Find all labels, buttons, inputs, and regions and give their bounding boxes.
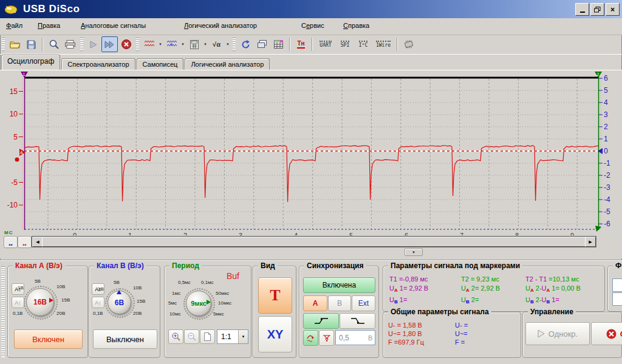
dropdown-arrow-icon[interactable]: ▼ (238, 330, 248, 343)
save-icon (27, 40, 36, 49)
sync-source-b-button[interactable]: B (328, 295, 351, 311)
zoom-out-icon (188, 332, 196, 341)
scroll-right-arrow[interactable]: ▶ (585, 237, 596, 247)
trigger-level-input[interactable] (336, 333, 363, 343)
rising-edge-button[interactable] (303, 313, 339, 329)
start-button[interactable] (85, 36, 101, 52)
channel-b-power-button[interactable]: Выключен (93, 329, 157, 349)
zoom-ratio-dropdown[interactable]: 1:1 ▼ (217, 329, 248, 344)
analog-channel-a-button[interactable] (141, 36, 157, 52)
channel-a-ground-dot[interactable] (15, 158, 19, 162)
control-panel: Канал А (В/э) A↕ A↕ 16В 5В 10В 15В 20В 1… (0, 260, 622, 364)
zoom-out-button[interactable] (184, 329, 199, 344)
marker-param-cell: T2 = 9,23 мс (461, 275, 525, 283)
dropdown-arrow-icon[interactable]: ▼ (202, 37, 208, 52)
tab-oscilloscope[interactable]: Осциллограф (1, 55, 60, 70)
common-params-title: Общие параметры сигнала (388, 308, 491, 316)
right-axis-label: -5 (604, 207, 610, 216)
marker-b-dots-button[interactable]: •• (4, 236, 18, 248)
cascade-windows-button[interactable] (254, 36, 270, 52)
save-button[interactable] (23, 36, 39, 52)
time-view-button[interactable]: T (258, 277, 292, 314)
restore-icon (594, 7, 601, 13)
1wire-decoder-button[interactable]: 1Wire (372, 36, 394, 52)
scrollbar-thumb[interactable] (42, 237, 586, 247)
marker-a-dots-button[interactable]: •• (18, 236, 32, 248)
auto-trigger-button[interactable] (303, 330, 318, 346)
channel-b-offset-button[interactable]: A↕ (92, 297, 104, 308)
toolbar-grip[interactable] (136, 38, 139, 51)
threshold-button[interactable]: Тн (293, 36, 309, 52)
single-shot-label: Однокр. (549, 329, 578, 339)
tab-logic[interactable]: Логический анализатор (185, 58, 270, 70)
open-button[interactable] (7, 36, 23, 52)
channel-a-power-button[interactable]: Включен (14, 329, 83, 349)
spi-decoder-button[interactable]: SPI (336, 36, 354, 52)
oscilloscope-plot[interactable]: 1215105-5-106543210-1-2-3-4-5-6012345678… (0, 70, 617, 239)
blue-waveform-icon (166, 40, 177, 49)
channel-a-gain-knob[interactable]: 16В (26, 288, 54, 316)
uart-decoder-button[interactable]: UART (315, 36, 336, 52)
dropdown-arrow-icon[interactable]: ▼ (225, 37, 231, 52)
sync-source-ext-button[interactable]: Ext (352, 295, 375, 311)
panel-grip[interactable] (1, 266, 5, 357)
channel-a-group: Канал А (В/э) A↕ A↕ 16В 5В 10В 15В 20В 1… (7, 266, 88, 358)
toolbar-grip[interactable] (2, 38, 5, 51)
menu-item-6[interactable]: Справка (343, 22, 369, 29)
rising-edge-icon (313, 317, 329, 325)
calculator-button[interactable] (186, 36, 202, 52)
i2c-decoder-button[interactable]: I²C (354, 36, 372, 52)
period-knob[interactable]: 9мкс (186, 291, 211, 316)
svg-text:A: A (20, 150, 23, 155)
new-buffer-button[interactable] (200, 329, 215, 344)
print-button[interactable] (62, 36, 78, 52)
tab-recorder[interactable]: Самописец (137, 58, 184, 70)
title-bar[interactable]: USB DiSco × (0, 0, 622, 18)
stop-button[interactable] (118, 36, 134, 52)
toolbar-grip[interactable] (80, 38, 83, 51)
xy-view-button[interactable]: XY (258, 316, 292, 352)
right-axis-label: 0 (604, 147, 608, 155)
x-units-label: МС (4, 230, 13, 235)
refresh-button[interactable] (238, 36, 254, 52)
common-params-group: Общие параметры сигнала U- = 1,58 ВU~= 1… (383, 312, 521, 358)
minimize-button[interactable] (575, 3, 589, 16)
sync-enabled-button[interactable]: Включена (303, 277, 375, 293)
right-axis-label: 6 (604, 74, 608, 83)
dropdown-arrow-icon[interactable]: ▼ (180, 37, 186, 52)
collapse-panel-button[interactable]: ▼ (405, 248, 423, 256)
analog-channel-b-button[interactable] (163, 36, 180, 52)
menu-item-1[interactable]: Файл (6, 22, 22, 29)
math-button[interactable]: √α (208, 36, 225, 52)
single-shot-button[interactable]: Однокр. (525, 322, 590, 345)
zoom-in-button[interactable] (168, 329, 183, 344)
left-axis-label: -10 (7, 201, 18, 209)
preview-button[interactable] (46, 36, 62, 52)
menu-item-4[interactable]: Логический анализатор (184, 22, 257, 29)
chip-button[interactable] (400, 36, 417, 52)
menu-item-2[interactable]: Правка (38, 22, 60, 29)
stop-acquisition-button[interactable]: С (591, 322, 622, 345)
horizontal-scrollbar[interactable]: ◀ ▶ (32, 236, 596, 248)
tab-spectrum[interactable]: Спектроанализатор (61, 58, 135, 70)
channel-a-offset-button[interactable]: A↕ (12, 297, 24, 308)
dropdown-arrow-icon[interactable]: ▼ (157, 37, 163, 52)
toolbar-grip[interactable] (233, 38, 236, 51)
zoom-ratio-value: 1:1 (217, 332, 238, 341)
channel-b-gain-knob[interactable]: 6В (108, 291, 131, 314)
spi-icon: SPI (341, 41, 349, 48)
sync-source-a-button[interactable]: A (303, 295, 327, 311)
falling-edge-button[interactable] (340, 313, 375, 329)
measurement-value: F =697,9 Гц (388, 338, 424, 346)
filter-box-1[interactable] (612, 278, 622, 292)
right-axis-label: -3 (604, 183, 610, 192)
filter-box-2[interactable] (612, 292, 622, 306)
table-button[interactable] (270, 36, 287, 52)
channel-b-group: Канал B (В/э) A↕ A↕ 6В 5В 10В 15В 20В 1В… (89, 266, 160, 358)
continuous-run-button[interactable] (101, 36, 118, 52)
menu-item-5[interactable]: Сервис (301, 22, 324, 29)
level-trigger-button[interactable] (319, 330, 334, 346)
restore-button[interactable] (590, 3, 604, 16)
menu-item-3[interactable]: Аналоговые сигналы (81, 22, 146, 29)
close-button[interactable]: × (606, 3, 620, 16)
